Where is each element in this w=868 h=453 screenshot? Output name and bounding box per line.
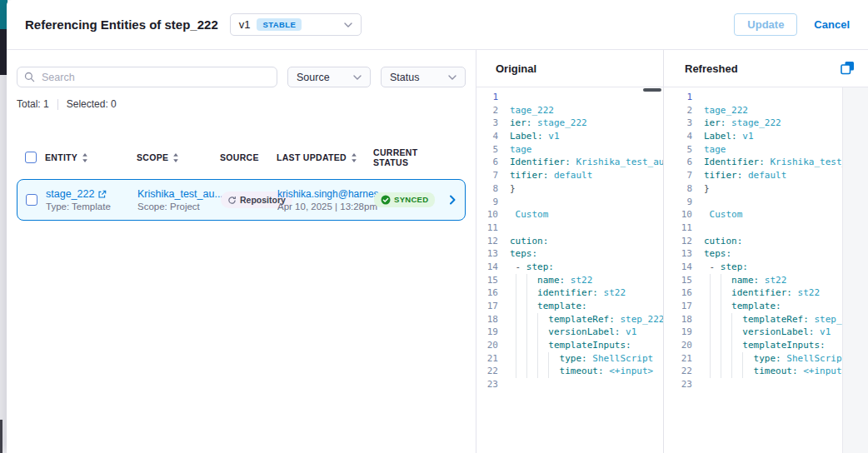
indent-guide [537,365,538,378]
indent-guide [731,339,732,352]
table-row[interactable]: stage_222 Type: Template Krishika_test_a… [17,179,466,221]
line-number: 7 [671,169,692,182]
line-number: 19 [476,326,498,339]
indent-guide [710,339,711,352]
line-number: 10 [476,208,498,222]
code-line: 19versionLabel: v1 [671,326,842,339]
cancel-button[interactable]: Cancel [814,18,850,31]
code-line: 3ier: stage_222 [476,117,663,130]
code-line: 7tifier: default [671,169,842,182]
filter-row: Source Status [17,67,466,87]
code-line: 14- step: [476,261,663,274]
indent-guide [731,365,732,378]
code-line: 15name: st22 [476,274,663,287]
version-select[interactable]: v1 STABLE [230,13,362,36]
diff-viewer: Original Refreshed 12tage_2223ier: stage… [476,50,868,453]
line-number: 17 [671,300,692,313]
sort-icon[interactable] [351,153,357,162]
line-number: 1 [476,91,498,104]
line-number: 2 [476,104,498,117]
line-number: 15 [476,274,498,287]
update-button[interactable]: Update [734,13,797,36]
updated-by-link[interactable]: krishika.singh@harnes... [277,188,387,200]
indent-guide [721,313,721,326]
indent-guide [710,274,711,287]
code-line: 23 [476,378,663,391]
code-line: 3ier: stage_222 [671,117,842,130]
column-header-source: SOURCE [220,152,277,162]
indent-guide [516,313,516,326]
code-line: 16identifier: st22 [476,286,663,300]
source-cell: Repository [221,192,277,208]
source-filter-label: Source [297,72,330,83]
scope-link[interactable]: Krishika_test_au... [137,188,223,200]
copy-icon [841,61,855,75]
line-number: 8 [476,182,498,196]
line-number: 13 [671,247,692,261]
column-header-scope[interactable]: SCOPE [137,152,220,162]
line-number: 13 [476,247,498,261]
code-line: 19versionLabel: v1 [476,326,663,339]
line-number: 1 [671,91,692,104]
line-number: 4 [671,130,692,143]
indent-guide [710,313,711,326]
line-number: 21 [671,352,692,366]
indent-guide [721,326,721,339]
code-line: 18templateRef: step_222 [671,313,842,326]
indent-guide [516,365,516,378]
column-header-last-updated[interactable]: LAST UPDATED [277,152,373,162]
code-line: 20templateInputs: [671,339,842,352]
indent-guide [710,352,711,366]
sort-icon[interactable] [172,153,179,162]
entity-cell: stage_222 Type: Template [46,188,137,212]
totals-row: Total: 1 Selected: 0 [17,98,466,110]
line-number: 12 [671,235,692,248]
line-number: 15 [671,274,692,287]
select-all-checkbox[interactable] [25,152,37,163]
column-header-entity[interactable]: ENTITY [45,152,137,162]
line-number: 10 [671,208,692,222]
original-code-editor[interactable]: 12tage_2223ier: stage_2224Label: v15tage… [476,87,664,453]
line-number: 5 [671,143,692,157]
chevron-down-icon [448,75,456,80]
check-circle-icon [381,195,391,205]
search-box[interactable] [17,67,277,87]
drawer-body: Source Status Total: 1 [7,50,868,453]
indent-guide [516,274,516,287]
status-badge: SYNCED [374,192,435,207]
line-number: 3 [671,117,692,130]
indent-guide [548,352,549,366]
external-link-icon[interactable] [97,190,107,199]
indent-guide [526,300,527,313]
line-number: 8 [671,182,692,196]
indent-guide [721,300,721,313]
code-line: 16identifier: st22 [671,286,842,300]
code-line: 20templateInputs: [476,339,663,352]
status-filter-select[interactable]: Status [381,67,466,87]
copy-button[interactable] [841,61,855,75]
line-number: 12 [476,235,498,248]
code-line: 17template: [671,300,842,313]
search-input[interactable] [40,71,270,84]
code-line: 8} [476,182,663,196]
line-number: 22 [476,365,498,378]
code-line: 11 [476,222,663,235]
refreshed-code-editor[interactable]: 12tage_2223ier: stage_2224Label: v15tage… [664,87,843,453]
scope-level: Scope: Project [137,202,221,212]
row-checkbox[interactable] [26,194,37,206]
source-filter-select[interactable]: Source [287,67,371,87]
divider [57,99,58,110]
indent-guide [526,365,527,378]
referencing-entities-drawer: Referencing Entities of step_222 v1 STAB… [0,0,868,453]
sort-icon[interactable] [82,153,88,162]
total-count: Total: 1 [17,98,49,110]
row-expand-chevron[interactable] [441,195,456,205]
chevron-down-icon [353,75,362,80]
indent-guide [710,300,711,313]
indent-guide [516,339,516,352]
indent-guide [537,326,538,339]
indent-guide [710,365,711,378]
refreshed-panel-title: Refreshed [664,50,868,87]
selected-count: Selected: 0 [67,98,117,110]
entity-link[interactable]: stage_222 [46,188,94,200]
